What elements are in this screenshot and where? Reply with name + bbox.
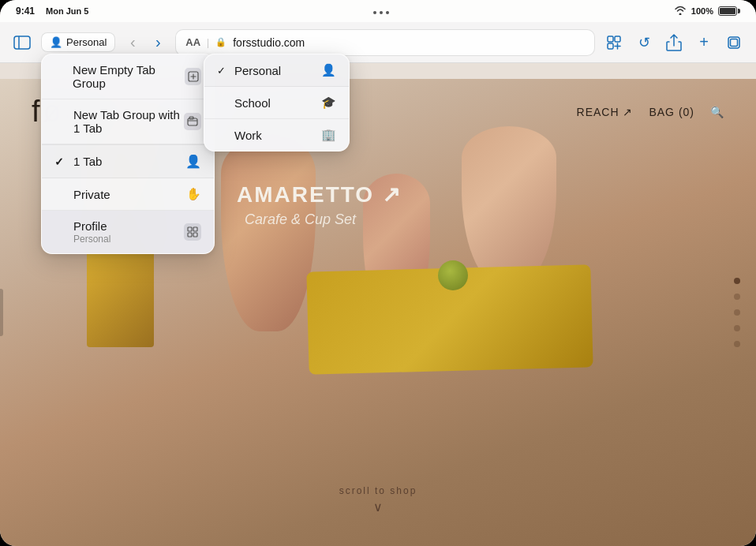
status-dot-3 (386, 11, 389, 14)
menu-item-new-tab-group-tab[interactable]: New Tab Group with1 Tab (42, 99, 214, 144)
school-check (217, 97, 228, 109)
private-label: Private (73, 188, 110, 201)
extensions-button[interactable] (601, 30, 627, 55)
website-headline: AMARETTO ↗ (237, 181, 402, 208)
add-tab-button[interactable]: + (691, 30, 717, 55)
private-icon: ✋ (186, 187, 201, 201)
sidebar-toggle-button[interactable] (9, 30, 35, 55)
one-tab-icon: 👤 (185, 154, 201, 169)
menu-item-1-tab[interactable]: ✓ 1 Tab 👤 (42, 145, 214, 178)
nav-reach[interactable]: REACH ↗ (577, 106, 634, 118)
submenu-item-school[interactable]: School 🎓 (204, 87, 349, 119)
wifi-icon (674, 6, 687, 17)
personal-label: Personal (234, 64, 281, 77)
status-center-area (373, 8, 389, 14)
scroll-label: scroll to shop (339, 485, 417, 496)
nav-dot-1[interactable] (734, 278, 740, 284)
svg-rect-13 (193, 233, 197, 237)
lock-icon: 🔒 (215, 37, 226, 47)
profile-subtitle: Personal (73, 234, 110, 245)
dropdown-menu: New Empty Tab Group New Tab Group with1 … (41, 54, 215, 254)
menu-item-new-empty-tab-group[interactable]: New Empty Tab Group (42, 54, 214, 99)
profile-tab-label: Personal (66, 36, 107, 48)
svg-rect-10 (188, 227, 192, 231)
profile-tab[interactable]: 👤 Personal (41, 32, 115, 52)
new-tab-group-tab-label: New Tab Group with1 Tab (73, 108, 180, 135)
work-icon: 🏢 (321, 128, 336, 142)
status-right: 100% (674, 6, 740, 17)
share-button[interactable] (661, 30, 687, 55)
forward-button[interactable]: › (147, 32, 169, 54)
svg-rect-2 (608, 36, 613, 42)
back-button[interactable]: ‹ (122, 32, 144, 54)
svg-rect-0 (14, 36, 30, 49)
school-icon: 🎓 (321, 95, 336, 110)
svg-rect-6 (731, 39, 738, 46)
personal-check: ✓ (217, 65, 228, 77)
submenu-item-personal[interactable]: ✓ Personal 👤 (204, 54, 349, 87)
status-bar: 9:41 Mon Jun 5 100% (0, 0, 756, 22)
svg-rect-11 (193, 227, 197, 231)
site-nav: REACH ↗ BAG (0) 🔍 (577, 106, 724, 118)
forward-arrow-icon: › (155, 33, 161, 51)
profile-submenu-icon (184, 223, 201, 241)
menu-item-private[interactable]: Private ✋ (42, 178, 214, 211)
ipad-frame: CASA OLEARIA⬡⬡⬡OLIO EXTRAVERGINEDI OLIVA… (0, 0, 756, 546)
profile-tab-icon: 👤 (50, 36, 62, 48)
nav-dots (734, 278, 740, 347)
battery-label: 100% (691, 6, 713, 16)
work-check (217, 129, 228, 141)
nav-search[interactable]: 🔍 (710, 106, 724, 118)
one-tab-label: 1 Tab (73, 155, 102, 168)
nav-dot-3[interactable] (734, 309, 740, 316)
vase1 (221, 134, 316, 331)
nav-bag[interactable]: BAG (0) (649, 106, 694, 118)
tabs-button[interactable] (721, 30, 747, 55)
olive (438, 260, 468, 290)
scroll-to-shop[interactable]: scroll to shop ∨ (339, 485, 417, 514)
nav-dot-5[interactable] (734, 341, 740, 347)
profile-label: Profile (73, 219, 110, 233)
reload-button[interactable]: ↺ (631, 30, 657, 55)
address-bar[interactable]: AA | 🔒 forsstudio.com (175, 29, 595, 56)
svg-rect-3 (615, 36, 620, 42)
side-handle (0, 289, 3, 336)
nav-actions: ↺ + (601, 30, 747, 55)
new-empty-tab-group-icon (185, 68, 201, 85)
work-label: Work (234, 129, 262, 142)
svg-rect-12 (188, 233, 192, 237)
back-arrow-icon: ‹ (130, 33, 136, 51)
nav-dot-4[interactable] (734, 325, 740, 331)
reload-icon: ↺ (638, 34, 650, 51)
personal-icon: 👤 (321, 63, 336, 77)
new-empty-tab-group-label: New Empty Tab Group (73, 63, 185, 90)
battery-icon (718, 6, 740, 16)
status-date: Mon Jun 5 (46, 6, 88, 16)
nav-arrows: ‹ › (122, 32, 169, 54)
status-time: 9:41 (16, 6, 35, 17)
new-tab-group-tab-icon (184, 113, 201, 130)
status-dot-2 (380, 11, 383, 14)
menu-item-profile[interactable]: Profile Personal (42, 211, 214, 253)
website-subhead: Carafe & Cup Set (245, 211, 356, 228)
profile-submenu: ✓ Personal 👤 School 🎓 Work 🏢 (204, 54, 350, 151)
cup-tall (462, 126, 556, 284)
status-dot-1 (373, 11, 376, 14)
nav-dot-2[interactable] (734, 294, 740, 300)
add-tab-icon: + (699, 33, 709, 51)
school-label: School (234, 96, 271, 110)
svg-rect-4 (608, 43, 613, 49)
submenu-item-work[interactable]: Work 🏢 (204, 119, 349, 151)
url-text: forsstudio.com (233, 36, 305, 49)
scroll-arrow: ∨ (339, 499, 417, 514)
aa-label[interactable]: AA (185, 36, 200, 48)
